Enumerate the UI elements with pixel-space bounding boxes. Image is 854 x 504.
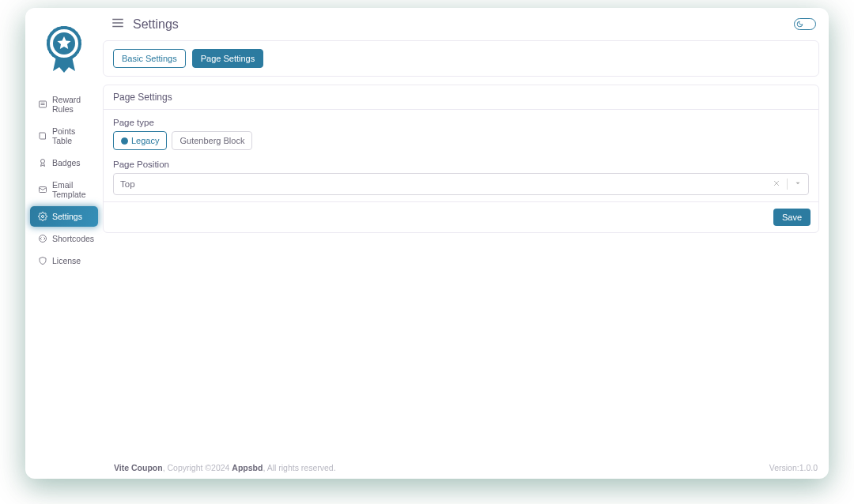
- svg-point-8: [42, 216, 44, 218]
- theme-toggle[interactable]: [794, 18, 816, 30]
- sidebar-item-label: Shortcodes: [52, 234, 94, 243]
- menu-toggle-icon[interactable]: [111, 16, 125, 32]
- sidebar-item-license[interactable]: License: [30, 250, 98, 271]
- radio-checked-icon: [121, 137, 128, 145]
- sidebar: Reward Rules Points Table Badges Email T…: [25, 8, 103, 479]
- footer-product: Vite Coupon: [114, 463, 163, 472]
- award-icon: [38, 158, 47, 167]
- book-icon: [38, 131, 47, 141]
- select-value: Top: [120, 179, 135, 189]
- mail-icon: [38, 185, 47, 194]
- sidebar-item-label: Points Table: [52, 126, 90, 145]
- sidebar-item-label: Settings: [52, 212, 82, 221]
- sidebar-item-reward-rules[interactable]: Reward Rules: [30, 89, 98, 119]
- radio-label: Legacy: [131, 136, 159, 145]
- list-icon: [38, 100, 47, 109]
- tab-page-settings[interactable]: Page Settings: [192, 49, 264, 68]
- tabs-card: Basic Settings Page Settings: [103, 40, 819, 77]
- footer-company: Appsbd: [232, 463, 263, 472]
- page-type-gutenberg[interactable]: Gutenberg Block: [172, 131, 252, 150]
- logo-badge-icon: [43, 25, 85, 74]
- page-type-label: Page type: [113, 118, 809, 127]
- main: Settings Basic Settings Page Settings Pa…: [103, 8, 829, 479]
- radio-label: Gutenberg Block: [179, 136, 244, 145]
- footer-version: Version:1.0.0: [769, 463, 818, 472]
- tab-basic-settings[interactable]: Basic Settings: [113, 49, 186, 68]
- sidebar-item-points-table[interactable]: Points Table: [30, 121, 98, 151]
- save-button[interactable]: Save: [773, 209, 811, 226]
- topbar: Settings: [103, 8, 829, 40]
- sidebar-item-label: Email Template: [52, 180, 90, 199]
- moon-icon: [795, 20, 804, 28]
- sidebar-item-shortcodes[interactable]: Shortcodes: [30, 228, 98, 249]
- page-type-group: Legacy Gutenberg Block: [113, 131, 809, 150]
- page-type-legacy[interactable]: Legacy: [113, 131, 167, 150]
- page-position-select[interactable]: Top: [113, 173, 809, 195]
- divider: [787, 179, 788, 190]
- svg-point-6: [41, 160, 45, 164]
- sidebar-item-label: Badges: [52, 158, 81, 167]
- page-title: Settings: [133, 17, 179, 32]
- code-icon: [38, 234, 47, 243]
- sidebar-item-settings[interactable]: Settings: [30, 206, 98, 227]
- sidebar-item-email-template[interactable]: Email Template: [30, 175, 98, 205]
- shield-icon: [38, 256, 47, 265]
- page-position-label: Page Position: [113, 160, 809, 169]
- sidebar-item-badges[interactable]: Badges: [30, 152, 98, 173]
- panel-title: Page Settings: [104, 85, 818, 110]
- sidebar-item-label: Reward Rules: [52, 95, 90, 114]
- nav-list: Reward Rules Points Table Badges Email T…: [25, 88, 103, 272]
- page-settings-panel: Page Settings Page type Legacy Gutenberg…: [103, 85, 819, 233]
- sidebar-item-label: License: [52, 256, 81, 265]
- logo: [25, 17, 103, 88]
- gear-icon: [38, 212, 47, 221]
- footer: Vite Coupon, Copyright ©2024 Appsbd, All…: [103, 457, 829, 479]
- chevron-down-icon[interactable]: [794, 179, 802, 189]
- footer-left: Vite Coupon, Copyright ©2024 Appsbd, All…: [114, 463, 336, 472]
- clear-icon[interactable]: [773, 179, 780, 189]
